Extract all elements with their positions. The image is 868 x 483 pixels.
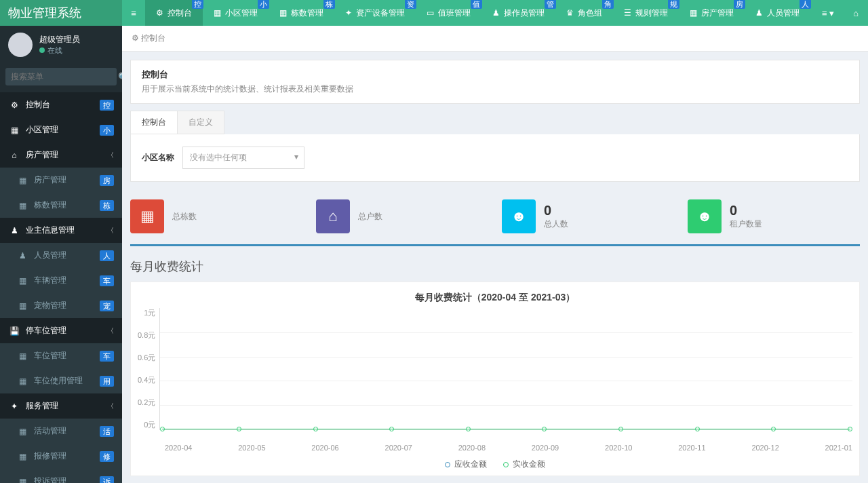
top-tab[interactable]: 角色组角 [555, 0, 613, 26]
chart-line [160, 428, 852, 429]
chevron-left-icon: 〈 [107, 402, 114, 411]
chart-title: 每月收费统计（2020-04 至 2021-03） [138, 292, 852, 304]
sidebar-item[interactable]: 小区管理小 [0, 117, 122, 142]
sidebar-item[interactable]: 业主信息管理〈 [0, 218, 122, 243]
top-menu-more[interactable]: ▾ [812, 0, 844, 26]
sidebar-item[interactable]: 车位管理车 [0, 343, 122, 368]
menu-badge: 活 [100, 426, 114, 437]
chart-point [695, 427, 700, 431]
menu-icon [8, 151, 20, 160]
sidebar-item[interactable]: 房产管理〈 [0, 142, 122, 168]
sidebar-item[interactable]: 人员管理人 [0, 243, 122, 268]
menu-label: 小区管理 [26, 124, 58, 136]
community-select[interactable]: 没有选中任何项 [182, 147, 304, 169]
legend-receivable[interactable]: 应收金额 [445, 459, 487, 470]
sidebar-item[interactable]: 活动管理活 [0, 419, 122, 444]
home-icon [853, 8, 859, 18]
tab-custom[interactable]: 自定义 [178, 111, 224, 134]
top-home[interactable] [844, 0, 868, 26]
menu-icon [8, 326, 20, 336]
info-icon [130, 199, 164, 233]
sidebar-item[interactable]: 服务管理〈 [0, 393, 122, 419]
xtick: 2020-06 [311, 444, 338, 452]
xtick: 2020-04 [165, 444, 192, 452]
menu-label: 报修管理 [34, 450, 66, 462]
ytick: 0.8元 [138, 330, 155, 341]
tab-label: 人员管理 [767, 7, 800, 19]
legend-swatch-icon [445, 462, 450, 467]
xtick: 2020-08 [458, 444, 486, 452]
chart-xaxis: 2020-042020-052020-062020-072020-082020-… [165, 444, 852, 452]
chart-plot [159, 308, 852, 430]
sidebar-item[interactable]: 停车位管理〈 [0, 318, 122, 343]
sidebar-menu: 控制台控小区管理小房产管理〈房产管理房栋数管理栋业主信息管理〈人员管理人车辆管理… [0, 92, 122, 483]
tab-label: 角色组 [578, 7, 602, 19]
info-box: 0租户数量 [688, 199, 860, 233]
sidebar-toggle[interactable] [122, 0, 145, 26]
sidebar-item[interactable]: 报修管理修 [0, 444, 122, 469]
info-box: 总栋数 [130, 199, 302, 233]
menu-badge: 修 [100, 451, 114, 462]
tab-badge: 控 [192, 0, 203, 9]
top-right: ▾ [812, 0, 868, 26]
tab-label: 控制台 [167, 7, 192, 19]
chevron-left-icon: 〈 [107, 151, 114, 160]
top-tab[interactable]: 值班管理值 [416, 0, 481, 26]
search-button[interactable] [118, 68, 122, 85]
tab-badge: 房 [734, 0, 745, 9]
avatar[interactable] [8, 33, 33, 57]
top-tab[interactable]: 栋数管理栋 [269, 0, 334, 26]
menu-icon [16, 176, 28, 185]
chart-section: 每月收费统计 每月收费统计（2020-04 至 2021-03） 1元0.8元0… [130, 258, 860, 476]
menu-label: 车位使用管理 [34, 375, 83, 387]
sidebar-item[interactable]: 宠物管理宠 [0, 293, 122, 318]
top-tab[interactable]: 资产设备管理资 [334, 0, 416, 26]
tab-icon [492, 8, 500, 18]
search-input[interactable] [5, 68, 118, 85]
tab-icon [690, 8, 697, 18]
top-tab[interactable]: 小区管理小 [203, 0, 269, 26]
menu-icon [16, 427, 28, 436]
brand[interactable]: 物业管理系统 [0, 0, 122, 26]
tab-dashboard[interactable]: 控制台 [130, 111, 178, 134]
chart-point [237, 427, 241, 431]
legend-swatch-icon [503, 462, 509, 467]
menu-badge: 人 [100, 250, 114, 261]
sidebar-item[interactable]: 控制台控 [0, 92, 122, 117]
info-label: 总栋数 [172, 211, 197, 223]
menu-badge: 宠 [100, 301, 114, 311]
info-icon [502, 199, 536, 233]
menu-label: 车辆管理 [34, 275, 66, 286]
sidebar-item[interactable]: 车辆管理车 [0, 268, 122, 293]
top-tab[interactable]: 操作员管理管 [481, 0, 555, 26]
sidebar-item[interactable]: 车位使用管理用 [0, 368, 122, 393]
tab-icon [279, 8, 287, 18]
breadcrumb: ⚙ 控制台 [122, 26, 868, 52]
top-tab[interactable]: 人员管理人 [745, 0, 810, 26]
menu-badge: 控 [100, 100, 114, 111]
menu-label: 投诉管理 [34, 476, 66, 483]
top-tab[interactable]: 规则管理规 [613, 0, 679, 26]
menu-badge: 车 [100, 275, 114, 286]
top-tab[interactable]: 房产管理房 [679, 0, 745, 26]
menu-label: 业主信息管理 [26, 225, 75, 236]
sidebar-item[interactable]: 投诉管理诉 [0, 469, 122, 483]
chevron-left-icon: 〈 [107, 326, 114, 336]
xtick: 2020-11 [678, 444, 705, 452]
bars-icon [822, 8, 827, 18]
tab-label: 操作员管理 [504, 7, 545, 19]
top-tab[interactable]: 控制台控 [145, 0, 203, 26]
sidebar-item[interactable]: 房产管理房 [0, 168, 122, 193]
tab-badge: 栋 [323, 0, 335, 9]
legend-actual[interactable]: 实收金额 [503, 459, 545, 470]
info-label: 租户数量 [730, 218, 762, 230]
top-tabs: 控制台控小区管理小栋数管理栋资产设备管理资值班管理值操作员管理管角色组角规则管理… [145, 0, 812, 26]
xtick: 2020-12 [751, 444, 778, 452]
status-dot-icon [39, 47, 45, 53]
tab-label: 房产管理 [701, 7, 734, 19]
info-box: 总户数 [316, 199, 488, 233]
sidebar-item[interactable]: 栋数管理栋 [0, 193, 122, 218]
ytick: 1元 [144, 308, 155, 318]
menu-badge: 栋 [100, 200, 114, 211]
menu-label: 车位管理 [34, 350, 66, 362]
